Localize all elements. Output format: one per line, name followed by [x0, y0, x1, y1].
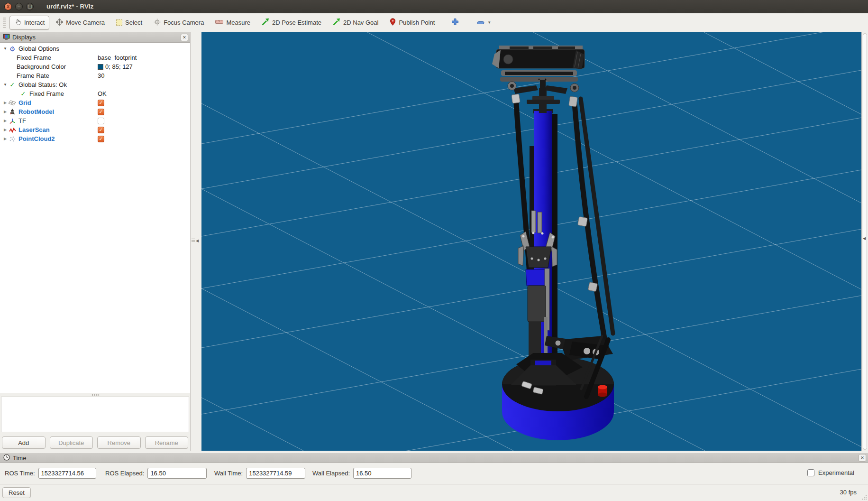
time-panel-title: Time	[13, 455, 26, 462]
window-minimize-button[interactable]: –	[15, 3, 23, 10]
expander-icon[interactable]: ▼	[2, 83, 8, 87]
tf-checkbox[interactable]	[98, 118, 104, 124]
displays-buttons: Add Duplicate Remove Rename	[0, 435, 190, 451]
displays-panel: Displays ✕ ▼ ⚙ Global Options Fixed Fram…	[0, 32, 191, 451]
tree-row-global-status[interactable]: ▼ ✓ Global Status: Ok	[0, 80, 190, 89]
grid-checkbox[interactable]: ✓	[98, 100, 104, 106]
robotmodel-checkbox[interactable]: ✓	[98, 109, 104, 115]
tool-select[interactable]: Select	[111, 16, 147, 29]
wall-time-label: Wall Time:	[214, 470, 243, 477]
grid-icon	[8, 100, 17, 106]
tree-row-robotmodel[interactable]: ▶ RobotModel ✓	[0, 107, 190, 116]
move-camera-icon	[56, 19, 63, 27]
tool-2d-pose-estimate[interactable]: 2D Pose Estimate	[257, 15, 326, 30]
right-panel-handle[interactable]	[863, 33, 867, 450]
gear-icon: ⚙	[8, 45, 17, 53]
time-panel-body: ROS Time: ROS Elapsed: Wall Time: Wall E…	[0, 463, 868, 484]
panel-viewport-splitter[interactable]: ◀	[191, 32, 201, 451]
right-panel-strip[interactable]: ◀	[861, 32, 868, 451]
fps-counter: 30 fps	[840, 489, 857, 496]
tree-row-grid[interactable]: ▶ Grid ✓	[0, 98, 190, 107]
tool-2d-nav-goal-label: 2D Nav Goal	[343, 19, 378, 26]
tree-row-laserscan[interactable]: ▶ LaserScan ✓	[0, 125, 190, 134]
3d-viewport[interactable]	[201, 32, 861, 451]
rviz-window: x – ▢ urdf.rviz* - RViz Interact Move Ca…	[0, 0, 868, 501]
status-value: OK	[98, 90, 107, 97]
expander-icon[interactable]: ▶	[2, 128, 8, 132]
remove-tool-button[interactable]: ▼	[474, 17, 494, 28]
toolbar-grip[interactable]	[3, 18, 6, 28]
tree-row-tf[interactable]: ▶ TF	[0, 116, 190, 125]
expander-icon[interactable]: ▶	[2, 110, 8, 114]
duplicate-button: Duplicate	[50, 436, 93, 449]
title-bar: x – ▢ urdf.rviz* - RViz	[0, 0, 868, 13]
tool-interact[interactable]: Interact	[9, 16, 49, 30]
tool-interact-label: Interact	[24, 19, 45, 26]
reset-button[interactable]: Reset	[2, 487, 31, 498]
expander-icon[interactable]: ▶	[2, 101, 8, 105]
check-icon: ✓	[8, 81, 17, 88]
ros-elapsed-label: ROS Elapsed:	[105, 470, 144, 477]
background-color-value[interactable]: 0; 85; 127	[98, 63, 133, 70]
window-maximize-button[interactable]: ▢	[26, 3, 34, 10]
displays-close-icon[interactable]: ✕	[181, 34, 188, 41]
laserscan-checkbox[interactable]: ✓	[98, 127, 104, 133]
collapse-right-icon: ◀	[863, 236, 866, 241]
wall-elapsed-input[interactable]	[353, 468, 411, 479]
time-panel-header: Time ✕	[0, 453, 868, 463]
displays-icon	[3, 34, 10, 41]
collapse-left-icon: ◀	[196, 239, 199, 243]
ros-time-input[interactable]	[38, 468, 96, 479]
wall-time-input[interactable]	[246, 468, 305, 479]
pointcloud-icon	[8, 136, 17, 142]
time-close-icon[interactable]: ✕	[859, 454, 866, 462]
displays-tree: ▼ ⚙ Global Options Fixed Frame base_foot…	[0, 43, 190, 393]
status-bar: Reset 30 fps	[0, 484, 868, 501]
ros-elapsed-input[interactable]	[147, 468, 207, 479]
minus-icon	[477, 19, 484, 26]
select-icon	[116, 19, 122, 26]
tree-row-status-fixed-frame[interactable]: ✓ Fixed Frame OK	[0, 89, 190, 98]
tree-row-fixed-frame[interactable]: Fixed Frame base_footprint	[0, 53, 190, 62]
expander-icon[interactable]: ▼	[2, 46, 8, 51]
tree-row-background-color[interactable]: Background Color 0; 85; 127	[0, 62, 190, 71]
expander-icon[interactable]: ▶	[2, 137, 8, 141]
wall-elapsed-label: Wall Elapsed:	[312, 470, 350, 477]
tool-focus-camera[interactable]: Focus Camera	[149, 16, 209, 30]
remove-button: Remove	[97, 436, 141, 449]
tree-row-pointcloud2[interactable]: ▶ PointCloud2 ✓	[0, 134, 190, 143]
experimental-checkbox[interactable]	[807, 469, 814, 476]
expander-icon[interactable]: ▶	[2, 119, 8, 123]
add-tool-button[interactable]	[448, 16, 462, 29]
laser-icon	[8, 127, 17, 133]
robot-model	[492, 46, 614, 440]
color-swatch	[98, 64, 103, 70]
chevron-down-icon: ▼	[487, 20, 491, 25]
pose-estimate-icon	[262, 18, 269, 27]
clock-icon	[3, 454, 10, 462]
tool-measure[interactable]: Measure	[210, 16, 255, 29]
fixed-frame-value[interactable]: base_footprint	[98, 54, 137, 61]
frame-rate-value[interactable]: 30	[98, 72, 104, 79]
tree-row-frame-rate[interactable]: Frame Rate 30	[0, 71, 190, 80]
tree-row-global-options[interactable]: ▼ ⚙ Global Options	[0, 44, 190, 53]
add-button[interactable]: Add	[2, 436, 46, 449]
window-title: urdf.rviz* - RViz	[46, 3, 93, 10]
tool-measure-label: Measure	[226, 19, 250, 26]
tool-2d-nav-goal[interactable]: 2D Nav Goal	[328, 15, 383, 30]
focus-camera-icon	[154, 19, 161, 27]
panel-collapse-handle[interactable]: ◀	[192, 236, 201, 245]
pointcloud2-checkbox[interactable]: ✓	[98, 136, 104, 142]
robot-icon	[8, 109, 17, 115]
tool-publish-point[interactable]: Publish Point	[385, 15, 439, 30]
window-close-button[interactable]: x	[4, 3, 12, 10]
tool-select-label: Select	[125, 19, 142, 26]
interact-icon	[14, 19, 21, 27]
rename-button: Rename	[145, 436, 189, 449]
ros-time-label: ROS Time:	[5, 470, 35, 477]
resize-grip[interactable]	[861, 494, 867, 500]
tree-help-splitter[interactable]	[0, 393, 190, 397]
displays-panel-title: Displays	[12, 34, 36, 41]
tool-move-camera[interactable]: Move Camera	[51, 16, 110, 30]
plus-icon	[451, 18, 459, 27]
